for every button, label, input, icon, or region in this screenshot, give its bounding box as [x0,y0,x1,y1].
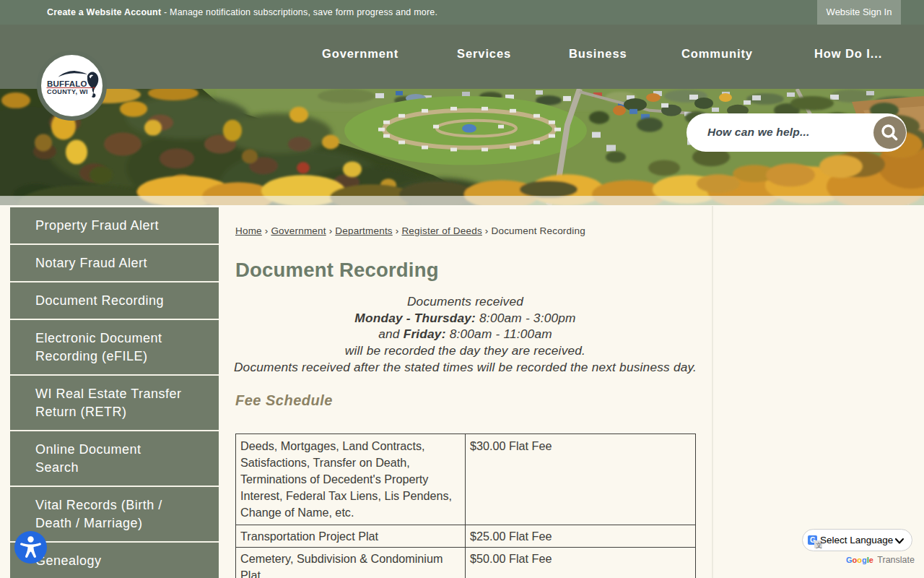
svg-text:BUFFALO: BUFFALO [47,79,87,88]
svg-text:COUNTY, WI: COUNTY, WI [47,88,88,95]
